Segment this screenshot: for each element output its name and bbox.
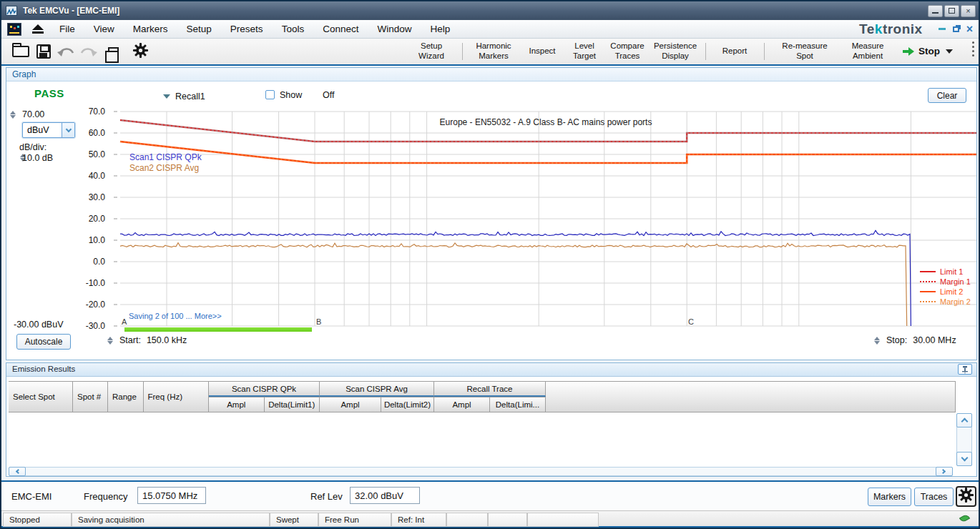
sub-header[interactable]: Ampl — [320, 397, 381, 412]
sub-header[interactable]: Delta(Limi... — [490, 397, 546, 412]
sub-header[interactable]: Ampl — [434, 397, 490, 412]
stop-spinner[interactable] — [873, 336, 881, 345]
toolbar-button-persistence-display[interactable]: PersistenceDisplay — [650, 39, 701, 64]
start-value[interactable]: 150.0 kHz — [147, 335, 187, 345]
frequency-input[interactable]: 15.0750 MHz — [137, 487, 206, 504]
markers-button[interactable]: Markers — [868, 488, 911, 506]
stop-button[interactable]: Stop — [897, 39, 959, 64]
gear-button-icon[interactable] — [956, 486, 976, 507]
stop-freq-value[interactable]: 30.00 MHz — [913, 335, 956, 345]
legend-swatch — [920, 281, 936, 282]
open-folder-icon[interactable] — [10, 39, 31, 64]
toolbar-button-inspect[interactable]: Inspect — [524, 39, 561, 64]
menu-item-connect[interactable]: Connect — [313, 20, 368, 39]
maximize-icon[interactable] — [944, 5, 959, 17]
spectrum-app-icon[interactable] — [7, 23, 21, 36]
legend-item: Margin 1 — [920, 277, 971, 287]
toolbar: SetupWizardHarmonicMarkersInspectLevelTa… — [1, 39, 979, 66]
menu-items: FileViewMarkersSetupPresetsToolsConnectW… — [50, 20, 459, 39]
app-mode-label: EMC-EMI — [11, 491, 52, 502]
legend-item: Margin 2 — [920, 297, 971, 307]
green-run-arrow-icon — [903, 47, 914, 56]
scroll-down-icon[interactable] — [956, 452, 972, 466]
toolbar-button-harmonic-markers[interactable]: HarmonicMarkers — [465, 39, 522, 64]
toolbar-button-setup-wizard[interactable]: SetupWizard — [404, 39, 459, 64]
results-hscrollbar[interactable] — [9, 467, 953, 476]
column-header-empty — [546, 381, 956, 412]
legend-item: Limit 1 — [920, 267, 971, 277]
copy-windows-icon[interactable] — [103, 39, 123, 64]
stop-frequency-control: Stop: 30.00 MHz — [873, 335, 956, 345]
group-header-scan-cispr-avg[interactable]: Scan CISPR Avg — [320, 381, 434, 397]
plot-legend: Limit 1 Margin 1 Limit 2 Margin 2 — [920, 267, 971, 307]
scroll-up-icon[interactable] — [956, 413, 972, 427]
start-spinner[interactable] — [107, 336, 114, 345]
bottom-control-bar: EMC-EMI Frequency 15.0750 MHz Ref Lev 32… — [1, 480, 979, 510]
legend-swatch — [920, 291, 936, 292]
scroll-right-icon[interactable] — [936, 467, 953, 476]
autoscale-button[interactable]: Autoscale — [16, 334, 71, 350]
eject-icon[interactable] — [31, 24, 44, 34]
range-marker-b: B — [316, 317, 321, 326]
saving-progress-text[interactable]: Saving 2 of 100 ... More>> — [129, 312, 222, 320]
group-header-scan-cispr-qpk[interactable]: Scan CISPR QPk — [209, 381, 320, 397]
menu-item-presets[interactable]: Presets — [221, 20, 273, 39]
menu-item-setup[interactable]: Setup — [177, 20, 221, 39]
menu-item-window[interactable]: Window — [368, 20, 421, 39]
ref-lev-input[interactable]: 32.00 dBuV — [350, 487, 420, 504]
toolbar-separator — [705, 43, 706, 60]
minimize-icon[interactable] — [928, 5, 943, 17]
mdi-close-icon[interactable]: × — [966, 23, 973, 36]
legend-label: Margin 1 — [940, 277, 971, 286]
menu-item-markers[interactable]: Markers — [124, 20, 177, 39]
ref-lev-label: Ref Lev — [310, 491, 343, 502]
pin-icon[interactable] — [958, 364, 972, 375]
status-cell — [527, 513, 599, 527]
sub-header[interactable]: Ampl — [209, 397, 265, 412]
toolbar-separator — [462, 43, 463, 60]
status-cell — [488, 513, 527, 527]
menu-item-view[interactable]: View — [84, 20, 124, 39]
scroll-left-icon[interactable] — [9, 467, 26, 476]
scan1-trace-label: Scan1 CISPR QPk — [129, 152, 202, 162]
column-header-spot-[interactable]: Spot # — [73, 381, 108, 412]
stop-freq-label: Stop: — [886, 335, 907, 345]
menu-item-file[interactable]: File — [50, 20, 84, 39]
close-icon[interactable]: × — [961, 5, 976, 17]
legend-swatch — [920, 271, 936, 272]
start-frequency-control: Start: 150.0 kHz — [107, 335, 187, 345]
group-header-recall-trace[interactable]: Recall Trace — [434, 381, 546, 397]
settings-gear-icon[interactable] — [130, 39, 150, 64]
save-icon[interactable] — [34, 39, 53, 64]
legend-label: Limit 1 — [940, 267, 963, 276]
mdi-restore-icon[interactable] — [953, 26, 959, 32]
dropdown-caret-icon[interactable] — [946, 49, 953, 54]
sub-header[interactable]: Delta(Limit1) — [265, 397, 320, 412]
column-header-range[interactable]: Range — [108, 381, 144, 412]
leaf-indicator-icon — [960, 515, 969, 521]
status-cell-saving-acquisition: Saving acquisition — [72, 513, 270, 527]
overflow-dots-icon[interactable] — [972, 41, 974, 56]
traces-button[interactable]: Traces — [914, 488, 954, 506]
redo-icon[interactable] — [77, 39, 99, 64]
toolbar-button-level-target[interactable]: LevelTarget — [564, 39, 605, 64]
frequency-label: Frequency — [84, 491, 127, 502]
app-window: Tek EMCVu - [EMC-EMI] × FileViewMarkersS… — [0, 0, 980, 529]
column-header-select-spot[interactable]: Select Spot — [9, 381, 73, 412]
toolbar-button-compare-traces[interactable]: CompareTraces — [607, 39, 648, 64]
column-header-freq-hz-[interactable]: Freq (Hz) — [144, 381, 210, 412]
mdi-minimize-icon[interactable] — [939, 28, 946, 30]
scan2-trace-label: Scan2 CISPR Avg — [129, 163, 199, 173]
status-cell — [446, 513, 488, 527]
toolbar-button-report[interactable]: Report — [708, 39, 761, 64]
window-title: Tek EMCVu - [EMC-EMI] — [23, 6, 119, 16]
sub-header[interactable]: Delta(Limit2) — [381, 397, 434, 412]
toolbar-button-measure-ambient[interactable]: MeasureAmbient — [838, 39, 897, 64]
undo-icon[interactable] — [56, 39, 77, 64]
emission-results-header: Emission Results — [6, 363, 976, 377]
menu-item-help[interactable]: Help — [421, 20, 459, 39]
menu-item-tools[interactable]: Tools — [273, 20, 314, 39]
emission-results-title: Emission Results — [12, 365, 75, 373]
legend-label: Margin 2 — [940, 297, 971, 306]
toolbar-button-re-measure-spot[interactable]: Re-measureSpot — [773, 39, 837, 64]
